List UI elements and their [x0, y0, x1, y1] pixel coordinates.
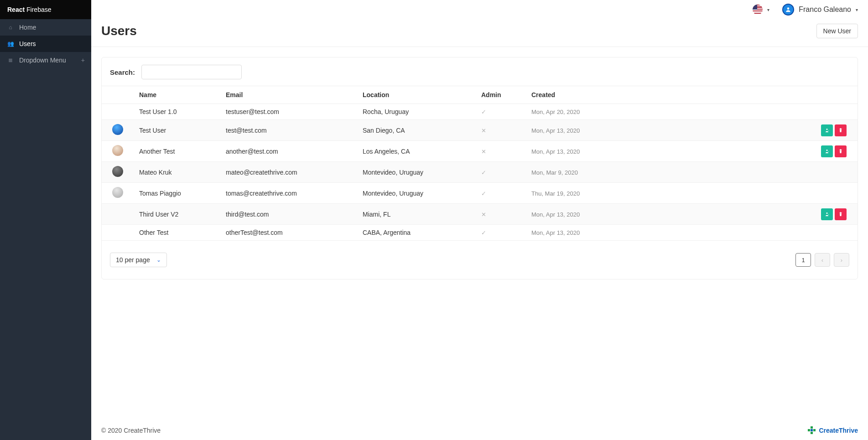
table-row: Test User 1.0testuser@test.comRocha, Uru…: [102, 104, 858, 120]
createthrive-icon: [808, 426, 816, 435]
cell-created: Mon, Apr 13, 2020: [531, 148, 580, 155]
avatar: [112, 145, 123, 156]
check-icon: ✓: [481, 169, 486, 176]
per-page-label: 10 per page: [116, 256, 150, 264]
edit-user-button[interactable]: [821, 124, 833, 136]
users-card: Search: Name Email Location Admin Create…: [101, 57, 858, 280]
avatar: [112, 166, 123, 177]
col-header-location: Location: [357, 86, 476, 104]
chevron-down-icon: ▾: [856, 7, 858, 12]
cell-name: Mateo Kruk: [134, 162, 220, 183]
brand: React Firebase: [0, 0, 91, 19]
avatar: [112, 124, 123, 135]
col-header-admin: Admin: [476, 86, 526, 104]
cell-email: test@test.com: [220, 120, 357, 141]
cell-created: Mon, Apr 20, 2020: [531, 109, 580, 115]
plus-icon: +: [81, 57, 85, 64]
table-row: Another Testanother@test.comLos Angeles,…: [102, 141, 858, 162]
svg-point-0: [787, 7, 790, 10]
cell-email: mateo@createthrive.com: [220, 162, 357, 183]
edit-user-button[interactable]: [821, 145, 833, 157]
nav-icon: ⌂: [6, 24, 15, 31]
check-icon: ✓: [481, 229, 486, 236]
user-menu[interactable]: Franco Galeano ▾: [782, 4, 858, 16]
x-icon: ✕: [481, 211, 486, 218]
delete-user-button[interactable]: [835, 208, 847, 220]
check-icon: ✓: [481, 109, 486, 115]
flag-us-icon: [753, 5, 763, 15]
cell-created: Mon, Apr 13, 2020: [531, 229, 580, 236]
sidebar-item-home[interactable]: ⌂Home: [0, 19, 91, 36]
cell-location: CABA, Argentina: [357, 225, 476, 241]
cell-location: San Diego, CA: [357, 120, 476, 141]
cell-location: Rocha, Uruguay: [357, 104, 476, 120]
cell-created: Mon, Mar 9, 2020: [531, 169, 578, 176]
edit-user-button[interactable]: [821, 208, 833, 220]
page-header: Users New User: [91, 19, 868, 47]
search-label: Search:: [110, 68, 135, 76]
table-row: Other TestotherTest@test.comCABA, Argent…: [102, 225, 858, 241]
cell-name: Test User: [134, 120, 220, 141]
table-row: Third User V2third@test.comMiami, FL✕Mon…: [102, 204, 858, 225]
sidebar-item-users[interactable]: 👥Users: [0, 36, 91, 52]
check-icon: ✓: [481, 190, 486, 197]
x-icon: ✕: [481, 127, 486, 134]
cell-name: Tomas Piaggio: [134, 183, 220, 204]
sidebar: React Firebase ⌂Home👥Users≣Dropdown Menu…: [0, 0, 91, 440]
search-input[interactable]: [141, 65, 242, 79]
delete-user-button[interactable]: [835, 124, 847, 136]
cell-created: Mon, Apr 13, 2020: [531, 127, 580, 134]
footer-copyright: © 2020 CreateThrive: [101, 427, 161, 434]
page-next-button[interactable]: ›: [834, 253, 849, 267]
sidebar-item-label: Users: [19, 40, 36, 47]
table-row: Mateo Krukmateo@createthrive.comMontevid…: [102, 162, 858, 183]
svg-point-3: [826, 212, 828, 214]
page-title: Users: [101, 24, 137, 38]
nav-icon: 👥: [6, 41, 15, 47]
cell-name: Test User 1.0: [134, 104, 220, 120]
per-page-select[interactable]: 10 per page ⌄: [110, 253, 167, 267]
chevron-down-icon: ⌄: [156, 257, 161, 263]
sidebar-item-label: Dropdown Menu: [19, 57, 66, 64]
cell-email: another@test.com: [220, 141, 357, 162]
cell-location: Montevideo, Uruguay: [357, 162, 476, 183]
sidebar-nav: ⌂Home👥Users≣Dropdown Menu+: [0, 19, 91, 68]
cell-email: otherTest@test.com: [220, 225, 357, 241]
delete-user-button[interactable]: [835, 145, 847, 157]
footer: © 2020 CreateThrive CreateThrive: [91, 421, 868, 440]
cell-location: Los Angeles, CA: [357, 141, 476, 162]
cell-created: Mon, Apr 13, 2020: [531, 211, 580, 218]
cell-email: tomas@createthrive.com: [220, 183, 357, 204]
col-header-created: Created: [526, 86, 617, 104]
table-row: Test Usertest@test.comSan Diego, CA✕Mon,…: [102, 120, 858, 141]
svg-point-1: [826, 129, 828, 130]
table-row: Tomas Piaggiotomas@createthrive.comMonte…: [102, 183, 858, 204]
cell-email: third@test.com: [220, 204, 357, 225]
language-selector[interactable]: ▾: [753, 5, 769, 15]
pagination: 1 ‹ ›: [795, 253, 849, 267]
new-user-button[interactable]: New User: [816, 24, 858, 38]
users-table: Name Email Location Admin Created Test U…: [102, 86, 858, 241]
chevron-right-icon: ›: [841, 257, 842, 264]
sidebar-item-dropdown-menu[interactable]: ≣Dropdown Menu+: [0, 52, 91, 68]
cell-location: Miami, FL: [357, 204, 476, 225]
cell-location: Montevideo, Uruguay: [357, 183, 476, 204]
chevron-left-icon: ‹: [821, 257, 823, 264]
sidebar-item-label: Home: [19, 24, 36, 31]
cell-name: Other Test: [134, 225, 220, 241]
page-prev-button[interactable]: ‹: [815, 253, 830, 267]
topbar: ▾ Franco Galeano ▾: [91, 0, 868, 19]
col-header-email: Email: [220, 86, 357, 104]
nav-icon: ≣: [6, 57, 15, 63]
x-icon: ✕: [481, 148, 486, 155]
col-header-name: Name: [134, 86, 220, 104]
page-1-button[interactable]: 1: [795, 253, 811, 267]
cell-name: Third User V2: [134, 204, 220, 225]
avatar: [112, 208, 123, 219]
cell-email: testuser@test.com: [220, 104, 357, 120]
username-label: Franco Galeano: [799, 5, 851, 14]
avatar: [112, 187, 123, 198]
svg-point-2: [826, 150, 828, 151]
avatar: [782, 4, 794, 16]
createthrive-logo[interactable]: CreateThrive: [808, 426, 858, 435]
